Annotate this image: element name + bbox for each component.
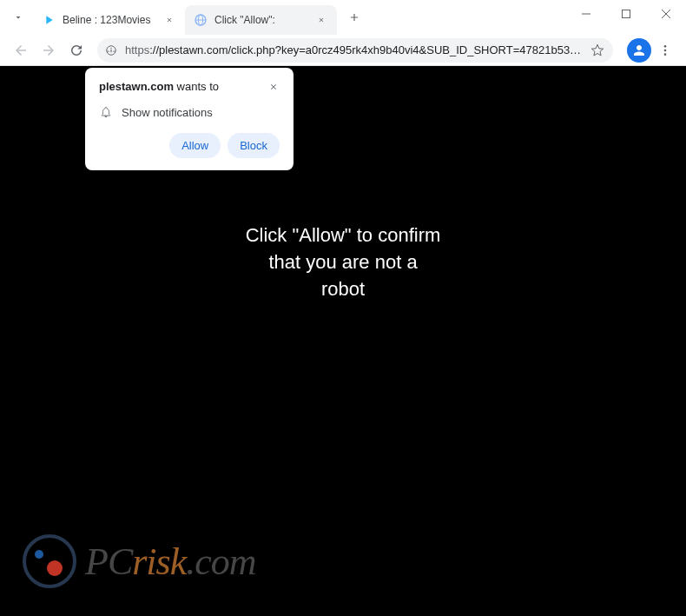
tab-title: Click "Allow": bbox=[214, 14, 311, 26]
site-info-icon[interactable] bbox=[102, 42, 120, 59]
globe-icon bbox=[194, 13, 208, 27]
svg-rect-3 bbox=[582, 14, 590, 15]
svg-point-12 bbox=[664, 53, 667, 56]
close-window-button[interactable] bbox=[646, 0, 686, 28]
bookmark-star-icon[interactable] bbox=[587, 40, 608, 61]
close-icon[interactable] bbox=[162, 13, 176, 27]
close-icon[interactable] bbox=[267, 81, 280, 93]
forward-button[interactable] bbox=[35, 36, 63, 64]
url-text: https://plestawn.com/click.php?key=a0rcz… bbox=[125, 43, 584, 56]
permission-title: plestawn.com wants to bbox=[99, 80, 219, 93]
tab-1[interactable]: Beline : 123Movies bbox=[33, 5, 185, 35]
allow-button[interactable]: Allow bbox=[169, 133, 221, 158]
toolbar: https://plestawn.com/click.php?key=a0rcz… bbox=[0, 35, 686, 66]
reload-button[interactable] bbox=[63, 36, 90, 64]
profile-button[interactable] bbox=[627, 38, 651, 63]
permission-body: Show notifications bbox=[122, 106, 213, 119]
address-bar[interactable]: https://plestawn.com/click.php?key=a0rcz… bbox=[97, 38, 613, 63]
close-icon[interactable] bbox=[314, 13, 328, 27]
title-bar: Beline : 123Movies Click "Allow": bbox=[0, 0, 686, 35]
block-button[interactable]: Block bbox=[228, 133, 280, 158]
caret-down-icon[interactable] bbox=[9, 8, 28, 27]
back-button[interactable] bbox=[7, 36, 35, 64]
notification-permission-prompt: plestawn.com wants to Show notifications… bbox=[85, 68, 294, 170]
bell-icon bbox=[99, 105, 113, 119]
svg-point-11 bbox=[664, 49, 667, 51]
new-tab-button[interactable] bbox=[342, 5, 366, 30]
svg-point-7 bbox=[110, 47, 111, 48]
svg-point-10 bbox=[664, 45, 667, 48]
tab-2-active[interactable]: Click "Allow": bbox=[185, 5, 337, 35]
menu-button[interactable] bbox=[651, 36, 679, 64]
watermark-text: PCrisk.com bbox=[85, 540, 256, 584]
watermark-bubble-icon bbox=[23, 534, 76, 588]
watermark-logo: PCrisk.com bbox=[23, 534, 256, 588]
tab-title: Beline : 123Movies bbox=[63, 14, 159, 26]
window-controls bbox=[566, 0, 686, 28]
main-page-text: Click "Allow" to confirm that you are no… bbox=[246, 222, 441, 302]
play-icon bbox=[42, 13, 56, 27]
minimize-button[interactable] bbox=[566, 0, 606, 28]
maximize-button[interactable] bbox=[606, 0, 646, 28]
page-content: plestawn.com wants to Show notifications… bbox=[0, 66, 686, 616]
svg-rect-4 bbox=[623, 10, 630, 18]
